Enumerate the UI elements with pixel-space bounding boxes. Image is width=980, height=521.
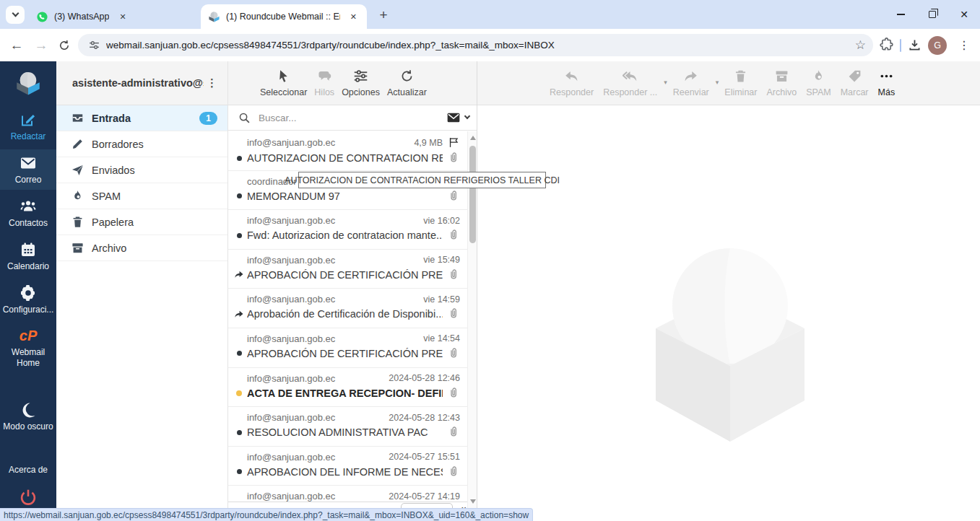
sidebar-item-modo-oscuro[interactable]: Modo oscuro: [0, 396, 56, 437]
url-text[interactable]: webmail.sanjuan.gob.ec/cpsess8498474551/…: [106, 40, 849, 51]
more-icon: [879, 69, 894, 84]
scroll-up-arrow[interactable]: [470, 136, 476, 140]
folder-pane: asistente-administrativo@sa... ⋮ Entrada…: [56, 61, 228, 521]
toolbar-button-archivo[interactable]: Archivo: [766, 69, 797, 97]
sidebar-item-label: Correo: [15, 175, 42, 185]
email-date-or-size: vie 15:49: [423, 255, 460, 265]
site-settings-icon[interactable]: [88, 39, 100, 51]
bookmark-star-icon[interactable]: ☆: [855, 38, 866, 53]
refresh-button[interactable]: [53, 39, 75, 52]
toolbar-button-label: SPAM: [806, 87, 831, 97]
email-row[interactable]: info@sanjuan.gob.ecvie 14:54APROBACIÓN D…: [228, 328, 467, 368]
subject-tooltip: AUTORIZACION DE CONTRATACION REFRIGERIOS…: [298, 172, 546, 188]
unread-dot-icon: [234, 467, 244, 477]
forward-button[interactable]: →: [29, 33, 53, 58]
new-tab-button[interactable]: +: [374, 6, 393, 25]
toolbar-button-eliminar[interactable]: Eliminar: [724, 69, 757, 97]
folder-label: Enviados: [92, 165, 217, 176]
sidebar-item-logout[interactable]: [0, 483, 56, 511]
toolbar-button-hilos[interactable]: Hilos: [314, 69, 334, 97]
email-row[interactable]: info@sanjuan.gob.ecvie 14:59Aprobación d…: [228, 289, 467, 328]
sidebar-item-correo[interactable]: Correo: [0, 149, 56, 190]
attachment-icon: [447, 268, 460, 281]
extensions-icon[interactable]: [879, 38, 894, 53]
flag-icon[interactable]: [448, 136, 460, 149]
email-row[interactable]: info@sanjuan.gob.ec2024-05-28 12:46ACTA …: [228, 368, 467, 408]
close-window-button[interactable]: ✕: [948, 0, 980, 29]
list-scrollbar[interactable]: [467, 131, 477, 521]
email-sender: info@sanjuan.gob.ec: [247, 452, 383, 463]
sidebar-item-webmail-home[interactable]: cPWebmail Home: [0, 323, 56, 373]
close-tab-icon[interactable]: ✕: [116, 11, 129, 23]
browser-menu-icon[interactable]: ⋮: [953, 38, 976, 52]
email-date-or-size: 2024-05-27 14:19: [389, 491, 460, 502]
sidebar-item-label: Redactar: [11, 131, 46, 142]
sidebar-item-redactar[interactable]: Redactar: [0, 106, 56, 146]
folder-item-spam[interactable]: SPAM: [56, 183, 227, 209]
email-row[interactable]: info@sanjuan.gob.ec2024-05-28 12:43RESOL…: [228, 407, 467, 447]
scrollbar-thumb[interactable]: [469, 146, 476, 243]
search-input[interactable]: [257, 112, 446, 124]
toolbar-button-label: Seleccionar: [260, 87, 307, 97]
tab-whatsapp[interactable]: (3) WhatsApp ✕: [29, 4, 194, 29]
sliders-icon: [353, 69, 368, 84]
tab-search-button[interactable]: [6, 6, 25, 24]
profile-avatar[interactable]: G: [928, 36, 947, 55]
attachment-icon: [447, 347, 460, 360]
toolbar-button-responder[interactable]: Responder ...: [603, 69, 657, 97]
message-list-pane: SeleccionarHilosOpcionesActualizar info@…: [228, 61, 477, 521]
email-row[interactable]: info@sanjuan.gob.ecvie 15:49APROBACIÓN D…: [228, 250, 467, 289]
sidebar-item-configuraci[interactable]: Configuraci...: [0, 279, 56, 320]
close-tab-icon[interactable]: ✕: [347, 11, 360, 23]
folder-label: Archivo: [92, 242, 217, 254]
account-header: asistente-administrativo@sa... ⋮: [56, 61, 227, 105]
email-row[interactable]: info@sanjuan.gob.ec2024-05-27 15:51APROB…: [228, 447, 467, 486]
email-date-or-size: 4,9 MB: [414, 138, 443, 148]
refresh-icon: [399, 69, 415, 84]
account-menu-icon[interactable]: ⋮: [204, 76, 220, 89]
roundcube-logo: [14, 70, 42, 96]
folder-label: Papelera: [92, 216, 217, 228]
chevron-down-icon: [12, 10, 19, 17]
toolbar-button-reenviar[interactable]: Reenviar: [673, 69, 709, 97]
sidebar-item-calendario[interactable]: Calendario: [0, 236, 56, 276]
folder-item-entrada[interactable]: Entrada1: [56, 105, 227, 131]
restore-button[interactable]: [916, 0, 948, 29]
email-sender: info@sanjuan.gob.ec: [247, 215, 417, 226]
unread-dot-icon: [234, 349, 244, 359]
folder-item-enviados[interactable]: Enviados: [56, 157, 227, 183]
sidebar-item-contactos[interactable]: Contactos: [0, 193, 56, 233]
downloads-icon[interactable]: [907, 38, 922, 53]
email-list: info@sanjuan.gob.ec4,9 MBAUTORIZACION DE…: [228, 131, 467, 521]
tab-roundcube[interactable]: (1) Roundcube Webmail :: Entra ✕: [201, 4, 367, 29]
toolbar-button-marcar[interactable]: Marcar: [841, 69, 869, 97]
search-icon[interactable]: [238, 112, 251, 124]
toolbar-button-más[interactable]: Más: [878, 69, 896, 97]
search-options-chevron-icon[interactable]: [464, 113, 470, 119]
dropdown-caret-icon[interactable]: ▾: [716, 79, 719, 86]
toolbar-button-seleccionar[interactable]: Seleccionar: [260, 69, 307, 97]
address-bar[interactable]: webmail.sanjuan.gob.ec/cpsess8498474551/…: [78, 34, 873, 56]
divider: [900, 39, 901, 52]
toolbar-button-opciones[interactable]: Opciones: [342, 69, 380, 97]
toolbar-button-actualizar[interactable]: Actualizar: [387, 69, 427, 97]
email-subject: Aprobación de Certificación de Disponibi…: [247, 308, 443, 320]
folder-item-papelera[interactable]: Papelera: [56, 209, 227, 235]
scroll-down-arrow[interactable]: [470, 499, 476, 504]
folder-item-archivo[interactable]: Archivo: [56, 235, 227, 261]
dropdown-caret-icon[interactable]: ▾: [664, 79, 667, 86]
toolbar-button-responder[interactable]: Responder: [550, 69, 594, 97]
minimize-button[interactable]: [885, 0, 916, 29]
email-row[interactable]: info@sanjuan.gob.ec4,9 MBAUTORIZACION DE…: [228, 131, 467, 171]
folder-item-borradores[interactable]: Borradores: [56, 131, 227, 157]
sidebar-item-label: Modo oscuro: [3, 421, 53, 432]
email-row[interactable]: info@sanjuan.gob.ecvie 16:02Fwd: Autoriz…: [228, 210, 467, 250]
sidebar-item-acerca-de[interactable]: Acerca de: [0, 439, 56, 480]
email-sender: info@sanjuan.gob.ec: [247, 137, 408, 148]
email-sender: info@sanjuan.gob.ec: [247, 412, 383, 423]
toolbar-button-spam[interactable]: SPAM: [806, 69, 831, 97]
tab-title: (3) WhatsApp: [54, 12, 109, 22]
back-button[interactable]: ←: [4, 33, 29, 58]
email-date-or-size: vie 14:54: [423, 333, 460, 343]
search-scope-envelope-icon[interactable]: [446, 110, 461, 125]
